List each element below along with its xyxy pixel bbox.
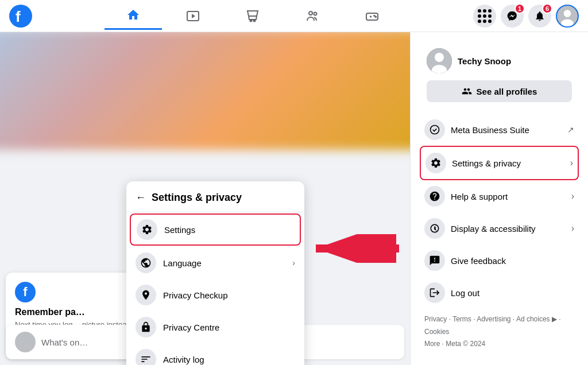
privacy-centre-label: Privacy Centre [163,323,295,332]
svg-point-0 [9,5,32,28]
sidebar-settings-icon [425,153,446,173]
activity-log-label: Activity log [163,355,295,364]
privacy-centre-icon [136,317,156,337]
profile-name: Techy Snoop [458,56,511,66]
sidebar-settings-privacy[interactable]: Settings & privacy › [420,146,579,180]
facebook-logo: f [9,5,32,28]
nav-watch[interactable] [164,2,222,30]
meta-business-icon [424,119,445,140]
display-accessibility-label: Display & accessibility [451,224,566,234]
footer-more[interactable]: More [424,340,440,348]
meta-business-label: Meta Business Suite [451,125,562,135]
facebook-logo-card: f [15,282,36,302]
settings-popup-header: ← Settings & privacy [126,186,304,212]
svg-marker-3 [192,14,195,18]
whats-on-placeholder: What's on… [41,337,88,347]
footer-cookies[interactable]: Cookies [424,328,449,336]
log-out-label: Log out [451,288,574,298]
settings-item-language[interactable]: Language › [126,247,304,279]
footer-terms[interactable]: Terms [452,315,471,323]
settings-gear-icon [137,219,157,240]
external-link-icon: ↗ [567,125,574,134]
nav-center [32,2,473,30]
feedback-icon [424,250,445,271]
profile-section: Techy Snoop See all profiles [420,41,579,109]
sidebar-give-feedback[interactable]: Give feedback [420,244,579,277]
apps-button[interactable] [473,5,496,28]
profile-avatar-button[interactable] [556,5,579,28]
sidebar-help-support[interactable]: Help & support › [420,180,579,212]
footer-privacy[interactable]: Privacy [424,315,447,323]
activity-log-icon [136,349,156,365]
settings-item-activity-log[interactable]: Activity log [126,343,304,365]
settings-label: Settings [164,225,294,235]
nav-gaming[interactable] [343,2,401,30]
notifications-button[interactable]: 6 [528,5,551,28]
nav-marketplace[interactable] [224,2,281,30]
language-icon [136,253,156,273]
notifications-badge: 6 [542,3,552,14]
svg-point-19 [431,126,439,134]
sidebar-log-out[interactable]: Log out [420,277,579,309]
display-icon [424,218,445,239]
display-chevron-icon: › [571,223,574,234]
svg-point-7 [314,12,317,15]
back-arrow-icon[interactable]: ← [136,192,146,204]
sidebar-settings-privacy-label: Settings & privacy [452,158,564,168]
grid-icon [478,9,492,23]
svg-point-12 [564,10,571,17]
svg-text:f: f [16,8,21,25]
settings-item-settings[interactable]: Settings [130,213,301,246]
svg-point-10 [376,16,377,17]
sidebar-footer: Privacy · Terms · Advertising · Ad choic… [420,309,579,355]
logout-icon [424,282,445,303]
give-feedback-label: Give feedback [451,256,574,266]
language-chevron-icon: › [292,258,295,267]
whats-on-avatar [15,332,36,352]
settings-privacy-popup: ← Settings & privacy Settings Language ›… [126,181,304,365]
privacy-checkup-label: Privacy Checkup [163,290,295,300]
settings-popup-title: Settings & privacy [152,192,242,204]
feed-background [0,32,410,150]
sidebar-profile-avatar [427,48,452,73]
top-navigation: f [0,0,588,32]
help-support-label: Help & support [451,192,566,201]
footer-advertising[interactable]: Advertising [477,315,510,323]
see-all-profiles-label: See all profiles [477,87,537,96]
settings-privacy-chevron-icon: › [570,158,573,168]
right-sidebar: Techy Snoop See all profiles Meta Busine… [410,32,588,365]
help-icon [424,186,445,207]
nav-home[interactable] [105,2,162,30]
svg-point-17 [435,53,444,62]
settings-item-privacy-checkup[interactable]: Privacy Checkup [126,279,304,311]
sidebar-display-accessibility[interactable]: Display & accessibility › [420,212,579,244]
messenger-badge: 1 [514,3,525,14]
help-chevron-icon: › [571,191,574,201]
svg-point-13 [561,19,574,27]
language-label: Language [163,258,285,268]
footer-ad-choices[interactable]: Ad choices ▶ [516,315,557,323]
nav-friends[interactable] [284,2,341,30]
main-layout: f Remember pa… Next time you log… pictur… [0,32,588,365]
see-all-profiles-button[interactable]: See all profiles [427,80,572,102]
nav-right: 1 6 [473,5,579,28]
footer-meta-copyright: Meta © 2024 [446,340,485,348]
svg-point-6 [309,11,312,15]
profile-row: Techy Snoop [427,48,572,73]
svg-point-9 [374,15,375,16]
privacy-checkup-icon [136,285,156,305]
settings-item-privacy-centre[interactable]: Privacy Centre [126,311,304,343]
messenger-button[interactable]: 1 [501,5,524,28]
sidebar-meta-business[interactable]: Meta Business Suite ↗ [420,114,579,146]
